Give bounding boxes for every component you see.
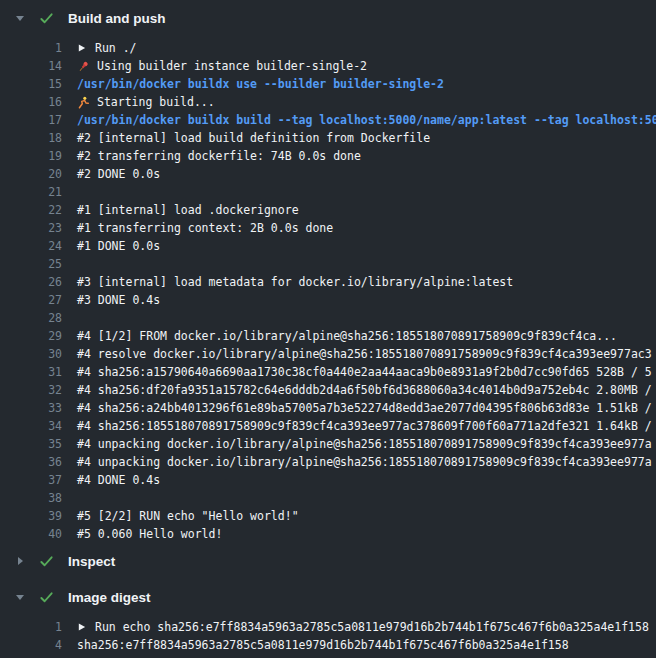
log-line: 20#2 DONE 0.0s <box>0 165 656 183</box>
workflow-log-viewer: Build and push 1Run ./14Using builder in… <box>0 0 656 658</box>
line-number[interactable]: 16 <box>0 93 62 111</box>
log-line: 16Starting build... <box>0 93 656 111</box>
check-icon <box>39 11 54 26</box>
log-line: 1Run ./ <box>0 39 656 57</box>
log-line: 30#4 resolve docker.io/library/alpine@sh… <box>0 345 656 363</box>
line-number[interactable]: 1 <box>0 618 62 636</box>
log-line: 32#4 sha256:df20fa9351a15782c64e6dddb2d4… <box>0 381 656 399</box>
section-header-build-and-push[interactable]: Build and push <box>0 0 656 36</box>
log-line: 39#5 [2/2] RUN echo "Hello world!" <box>0 507 656 525</box>
line-number[interactable]: 30 <box>0 345 62 363</box>
log-text: #3 [internal] load metadata for docker.i… <box>77 273 513 291</box>
log-line: 1Run echo sha256:e7ff8834a5963a2785c5a08… <box>0 618 656 636</box>
line-number[interactable]: 24 <box>0 237 62 255</box>
line-number[interactable]: 27 <box>0 291 62 309</box>
section-header-inspect[interactable]: Inspect <box>0 543 656 579</box>
log-text: #4 sha256:a15790640a6690aa1730c38cf0a440… <box>77 363 652 381</box>
log-line: 33#4 sha256:a24bb4013296f61e89ba57005a7b… <box>0 399 656 417</box>
log-text: #1 DONE 0.0s <box>77 237 160 255</box>
log-line: 38 <box>0 489 656 507</box>
log-line: 22#1 [internal] load .dockerignore <box>0 201 656 219</box>
chevron-down-icon[interactable] <box>14 592 26 602</box>
section-header-image-digest[interactable]: Image digest <box>0 579 656 615</box>
line-number[interactable]: 14 <box>0 57 62 75</box>
line-number[interactable]: 23 <box>0 219 62 237</box>
log-line: 21 <box>0 183 656 201</box>
log-text: #4 unpacking docker.io/library/alpine@sh… <box>77 435 652 453</box>
line-number[interactable]: 21 <box>0 183 62 201</box>
log-line: 37#4 DONE 0.4s <box>0 471 656 489</box>
line-number[interactable]: 34 <box>0 417 62 435</box>
section-title: Image digest <box>68 590 151 605</box>
log-text: /usr/bin/docker buildx build --tag local… <box>77 111 656 129</box>
log-line: 23#1 transferring context: 2B 0.0s done <box>0 219 656 237</box>
log-text: #2 transferring dockerfile: 74B 0.0s don… <box>77 147 361 165</box>
chevron-right-icon[interactable] <box>14 556 26 566</box>
line-number[interactable]: 35 <box>0 435 62 453</box>
log-text: #4 sha256:185518070891758909c9f839cf4ca3… <box>77 417 652 435</box>
line-number[interactable]: 33 <box>0 399 62 417</box>
section-title: Build and push <box>68 11 166 26</box>
line-number[interactable]: 38 <box>0 489 62 507</box>
expand-group-icon[interactable] <box>77 622 86 632</box>
check-icon <box>39 590 54 605</box>
section-log-lines: 1Run echo sha256:e7ff8834a5963a2785c5a08… <box>0 615 656 654</box>
line-number[interactable]: 1 <box>0 39 62 57</box>
line-number[interactable]: 20 <box>0 165 62 183</box>
line-number[interactable]: 28 <box>0 309 62 327</box>
log-line: 4sha256:e7ff8834a5963a2785c5a0811e979d16… <box>0 636 656 654</box>
line-number[interactable]: 26 <box>0 273 62 291</box>
log-text: #2 [internal] load build definition from… <box>77 129 430 147</box>
section-title: Inspect <box>68 554 115 569</box>
log-text: #5 0.060 Hello world! <box>77 525 222 543</box>
line-number[interactable]: 29 <box>0 327 62 345</box>
log-section-build-and-push: Build and push 1Run ./14Using builder in… <box>0 0 656 543</box>
log-text: Run echo sha256:e7ff8834a5963a2785c5a081… <box>77 618 649 636</box>
log-text: #3 DONE 0.4s <box>77 291 160 309</box>
log-text: #2 DONE 0.0s <box>77 165 160 183</box>
line-number[interactable]: 37 <box>0 471 62 489</box>
log-line: 25 <box>0 255 656 273</box>
log-text: #4 [1/2] FROM docker.io/library/alpine@s… <box>77 327 617 345</box>
line-number[interactable]: 17 <box>0 111 62 129</box>
log-line: 15/usr/bin/docker buildx use --builder b… <box>0 75 656 93</box>
log-section-inspect: Inspect <box>0 543 656 579</box>
log-line: 40#5 0.060 Hello world! <box>0 525 656 543</box>
line-number[interactable]: 15 <box>0 75 62 93</box>
log-text: sha256:e7ff8834a5963a2785c5a0811e979d16b… <box>77 636 569 654</box>
line-number[interactable]: 4 <box>0 636 62 654</box>
chevron-down-icon[interactable] <box>14 13 26 23</box>
expand-group-icon[interactable] <box>77 43 86 53</box>
line-number[interactable]: 39 <box>0 507 62 525</box>
log-line: 31#4 sha256:a15790640a6690aa1730c38cf0a4… <box>0 363 656 381</box>
log-line: 18#2 [internal] load build definition fr… <box>0 129 656 147</box>
log-text: #4 sha256:a24bb4013296f61e89ba57005a7b3e… <box>77 399 652 417</box>
log-text: #4 sha256:df20fa9351a15782c64e6dddb2d4a6… <box>77 381 652 399</box>
line-number[interactable]: 32 <box>0 381 62 399</box>
log-line: 36#4 unpacking docker.io/library/alpine@… <box>0 453 656 471</box>
check-icon <box>39 554 54 569</box>
log-text: #4 resolve docker.io/library/alpine@sha2… <box>77 345 652 363</box>
log-line: 26#3 [internal] load metadata for docker… <box>0 273 656 291</box>
line-number[interactable]: 31 <box>0 363 62 381</box>
line-number[interactable]: 40 <box>0 525 62 543</box>
log-text: Run ./ <box>77 39 137 57</box>
log-text: #1 transferring context: 2B 0.0s done <box>77 219 333 237</box>
log-line: 19#2 transferring dockerfile: 74B 0.0s d… <box>0 147 656 165</box>
log-line: 28 <box>0 309 656 327</box>
pushpin-icon <box>77 60 90 73</box>
log-text: #4 DONE 0.4s <box>77 471 160 489</box>
log-text: Starting build... <box>77 93 215 111</box>
log-text: Using builder instance builder-single-2 <box>77 57 367 75</box>
log-section-image-digest: Image digest 1Run echo sha256:e7ff8834a5… <box>0 579 656 654</box>
line-number[interactable]: 25 <box>0 255 62 273</box>
log-line: 34#4 sha256:185518070891758909c9f839cf4c… <box>0 417 656 435</box>
line-number[interactable]: 18 <box>0 129 62 147</box>
log-text: #4 unpacking docker.io/library/alpine@sh… <box>77 453 652 471</box>
log-line: 14Using builder instance builder-single-… <box>0 57 656 75</box>
log-text: #5 [2/2] RUN echo "Hello world!" <box>77 507 299 525</box>
runner-icon <box>77 96 90 109</box>
line-number[interactable]: 22 <box>0 201 62 219</box>
line-number[interactable]: 19 <box>0 147 62 165</box>
line-number[interactable]: 36 <box>0 453 62 471</box>
